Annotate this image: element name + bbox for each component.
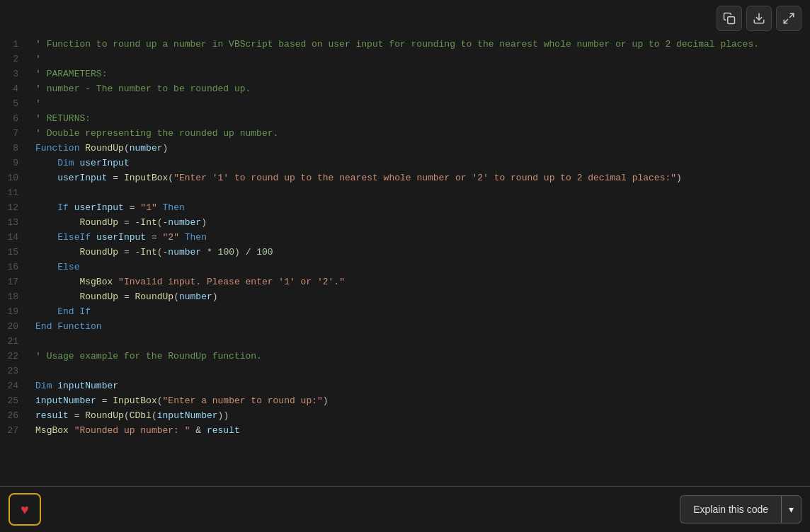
line-number: 25 [0,393,30,408]
expand-button[interactable] [776,6,802,31]
table-row: 27MsgBox "Rounded up number: " & result [0,423,810,438]
line-number: 20 [0,319,30,334]
line-number: 6 [0,111,30,126]
line-number: 12 [0,200,30,215]
line-code: ' Double representing the rounded up num… [30,126,810,141]
line-number: 3 [0,66,30,81]
line-code: Function RoundUp(number) [30,141,810,156]
line-code: Else [30,260,810,274]
table-row: 20End Function [0,319,810,334]
line-number: 17 [0,274,30,289]
line-number: 9 [0,156,30,170]
table-row: 11 [0,185,810,200]
line-code: Dim userInput [30,156,810,170]
line-code: ' RETURNS: [30,111,810,126]
dropdown-chevron-icon: ▾ [789,504,794,515]
heart-icon: ♥ [21,502,29,518]
table-row: 25inputNumber = InputBox("Enter a number… [0,393,810,408]
line-number: 14 [0,230,30,245]
line-code: userInput = InputBox("Enter '1' to round… [30,170,810,185]
line-code: ' number - The number to be rounded up. [30,81,810,96]
line-code: ' [30,96,810,111]
line-number: 27 [0,423,30,438]
line-code: RoundUp = RoundUp(number) [30,289,810,304]
table-row: 24Dim inputNumber [0,378,810,393]
explain-dropdown-button[interactable]: ▾ [781,495,802,524]
line-number: 4 [0,81,30,96]
table-row: 5' [0,96,810,111]
line-number: 13 [0,215,30,230]
bottom-bar: ♥ Explain this code ▾ [0,487,810,532]
line-code: ' Function to round up a number in VBScr… [30,37,810,52]
table-row: 16 Else [0,260,810,274]
table-row: 6' RETURNS: [0,111,810,126]
table-row: 13 RoundUp = -Int(-number) [0,215,810,230]
download-button[interactable] [746,6,772,31]
code-table: 1' Function to round up a number in VBSc… [0,37,810,438]
line-code: RoundUp = -Int(-number * 100) / 100 [30,245,810,260]
line-code: ' PARAMETERS: [30,66,810,81]
line-number: 18 [0,289,30,304]
svg-rect-0 [728,17,735,24]
heart-button[interactable]: ♥ [8,493,41,526]
table-row: 14 ElseIf userInput = "2" Then [0,230,810,245]
code-area: 1' Function to round up a number in VBSc… [0,37,810,486]
explain-label: Explain this code [693,504,768,515]
line-code: MsgBox "Invalid input. Please enter '1' … [30,274,810,289]
copy-button[interactable] [717,6,742,31]
table-row: 8Function RoundUp(number) [0,141,810,156]
line-code: If userInput = "1" Then [30,200,810,215]
line-code [30,364,810,378]
line-code: ' Usage example for the RoundUp function… [30,349,810,364]
line-code: ElseIf userInput = "2" Then [30,230,810,245]
table-row: 26result = RoundUp(CDbl(inputNumber)) [0,408,810,423]
table-row: 17 MsgBox "Invalid input. Please enter '… [0,274,810,289]
table-row: 19 End If [0,304,810,319]
toolbar [0,0,810,37]
line-number: 23 [0,364,30,378]
line-number: 1 [0,37,30,52]
table-row: 3' PARAMETERS: [0,66,810,81]
explain-code-button[interactable]: Explain this code [680,495,781,524]
line-number: 8 [0,141,30,156]
table-row: 15 RoundUp = -Int(-number * 100) / 100 [0,245,810,260]
line-number: 16 [0,260,30,274]
line-code: result = RoundUp(CDbl(inputNumber)) [30,408,810,423]
line-number: 10 [0,170,30,185]
svg-line-2 [790,13,794,17]
line-number: 7 [0,126,30,141]
line-number: 26 [0,408,30,423]
explain-group: Explain this code ▾ [680,495,802,524]
line-number: 24 [0,378,30,393]
table-row: 21 [0,334,810,349]
svg-line-3 [784,20,787,23]
line-number: 5 [0,96,30,111]
line-code: Dim inputNumber [30,378,810,393]
line-code: MsgBox "Rounded up number: " & result [30,423,810,438]
line-number: 19 [0,304,30,319]
line-number: 15 [0,245,30,260]
line-number: 21 [0,334,30,349]
table-row: 18 RoundUp = RoundUp(number) [0,289,810,304]
table-row: 22' Usage example for the RoundUp functi… [0,349,810,364]
table-row: 1' Function to round up a number in VBSc… [0,37,810,52]
table-row: 4' number - The number to be rounded up. [0,81,810,96]
line-code [30,334,810,349]
table-row: 9 Dim userInput [0,156,810,170]
line-code: End If [30,304,810,319]
line-number: 11 [0,185,30,200]
line-number: 22 [0,349,30,364]
line-number: 2 [0,52,30,66]
line-code: End Function [30,319,810,334]
table-row: 12 If userInput = "1" Then [0,200,810,215]
table-row: 10 userInput = InputBox("Enter '1' to ro… [0,170,810,185]
line-code: RoundUp = -Int(-number) [30,215,810,230]
table-row: 7' Double representing the rounded up nu… [0,126,810,141]
line-code: ' [30,52,810,66]
table-row: 2' [0,52,810,66]
table-row: 23 [0,364,810,378]
line-code [30,185,810,200]
line-code: inputNumber = InputBox("Enter a number t… [30,393,810,408]
